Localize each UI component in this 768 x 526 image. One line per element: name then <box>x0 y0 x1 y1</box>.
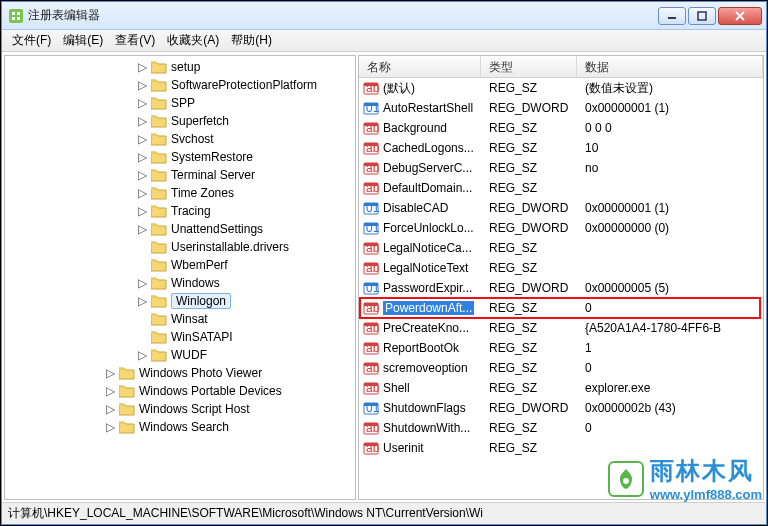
expander-icon[interactable]: ▷ <box>135 60 149 74</box>
tree-item[interactable]: ▷SPP <box>5 94 355 112</box>
expander-icon[interactable] <box>135 240 149 254</box>
statusbar: 计算机\HKEY_LOCAL_MACHINE\SOFTWARE\Microsof… <box>2 502 766 524</box>
expander-icon[interactable] <box>135 312 149 326</box>
tree-item[interactable]: Userinstallable.drivers <box>5 238 355 256</box>
expander-icon[interactable]: ▷ <box>103 402 117 416</box>
tree-item[interactable]: ▷Winlogon <box>5 292 355 310</box>
window-title: 注册表编辑器 <box>8 7 658 24</box>
cell-data: 0x00000005 (5) <box>577 281 763 295</box>
tree-item[interactable]: ▷Windows <box>5 274 355 292</box>
menu-edit[interactable]: 编辑(E) <box>57 30 109 51</box>
expander-icon[interactable]: ▷ <box>135 294 149 308</box>
cell-type: REG_SZ <box>481 161 577 175</box>
expander-icon[interactable]: ▷ <box>135 222 149 236</box>
tree-item-label: Svchost <box>171 132 214 146</box>
list-row[interactable]: 011PasswordExpir...REG_DWORD0x00000005 (… <box>359 278 763 298</box>
tree-item[interactable]: ▷UnattendSettings <box>5 220 355 238</box>
expander-icon[interactable]: ▷ <box>135 150 149 164</box>
tree-item[interactable]: ▷setup <box>5 58 355 76</box>
expander-icon[interactable]: ▷ <box>103 366 117 380</box>
tree-item[interactable]: ▷SoftwareProtectionPlatform <box>5 76 355 94</box>
tree-item[interactable]: ▷Tracing <box>5 202 355 220</box>
list-row[interactable]: abShellREG_SZexplorer.exe <box>359 378 763 398</box>
cell-type: REG_DWORD <box>481 221 577 235</box>
folder-icon <box>151 114 167 128</box>
list-row[interactable]: abscremoveoptionREG_SZ0 <box>359 358 763 378</box>
cell-name: abLegalNoticeCa... <box>359 240 481 256</box>
svg-rect-56 <box>364 383 378 386</box>
list-row[interactable]: abCachedLogons...REG_SZ10 <box>359 138 763 158</box>
expander-icon[interactable] <box>135 330 149 344</box>
menu-favorites[interactable]: 收藏夹(A) <box>161 30 225 51</box>
tree-item[interactable]: ▷Windows Search <box>5 418 355 436</box>
titlebar[interactable]: 注册表编辑器 <box>2 2 766 30</box>
expander-icon[interactable]: ▷ <box>135 186 149 200</box>
list-row[interactable]: abDefaultDomain...REG_SZ <box>359 178 763 198</box>
expander-icon[interactable]: ▷ <box>135 168 149 182</box>
expander-icon[interactable]: ▷ <box>103 420 117 434</box>
expander-icon[interactable]: ▷ <box>103 384 117 398</box>
svg-rect-29 <box>364 203 378 206</box>
expander-icon[interactable]: ▷ <box>135 348 149 362</box>
svg-rect-44 <box>364 303 378 306</box>
column-type[interactable]: 类型 <box>481 56 577 77</box>
list-row[interactable]: abPowerdownAft...REG_SZ0 <box>359 298 763 318</box>
list-row[interactable]: abReportBootOkREG_SZ1 <box>359 338 763 358</box>
column-data[interactable]: 数据 <box>577 56 763 77</box>
tree-item[interactable]: ▷SystemRestore <box>5 148 355 166</box>
folder-icon <box>151 294 167 308</box>
list-row[interactable]: 011DisableCADREG_DWORD0x00000001 (1) <box>359 198 763 218</box>
list-row[interactable]: 011AutoRestartShellREG_DWORD0x00000001 (… <box>359 98 763 118</box>
list-row[interactable]: 011ShutdownFlagsREG_DWORD0x0000002b (43) <box>359 398 763 418</box>
list-row[interactable]: 011ForceUnlockLo...REG_DWORD0x00000000 (… <box>359 218 763 238</box>
menu-help[interactable]: 帮助(H) <box>225 30 278 51</box>
tree-item[interactable]: ▷Terminal Server <box>5 166 355 184</box>
list-row[interactable]: abPreCreateKno...REG_SZ{A520A1A4-1780-4F… <box>359 318 763 338</box>
expander-icon[interactable]: ▷ <box>135 78 149 92</box>
folder-icon <box>151 60 167 74</box>
list-row[interactable]: abShutdownWith...REG_SZ0 <box>359 418 763 438</box>
tree-pane[interactable]: ▷setup▷SoftwareProtectionPlatform▷SPP▷Su… <box>4 55 356 500</box>
cell-data: 0 <box>577 301 763 315</box>
tree-item[interactable]: ▷Windows Portable Devices <box>5 382 355 400</box>
maximize-button[interactable] <box>688 7 716 25</box>
string-value-icon: ab <box>363 260 379 276</box>
tree-item[interactable]: WbemPerf <box>5 256 355 274</box>
expander-icon[interactable]: ▷ <box>135 276 149 290</box>
column-name[interactable]: 名称 <box>359 56 481 77</box>
string-value-icon: ab <box>363 180 379 196</box>
list-row[interactable]: abLegalNoticeTextREG_SZ <box>359 258 763 278</box>
string-value-icon: ab <box>363 140 379 156</box>
expander-icon[interactable]: ▷ <box>135 96 149 110</box>
cell-name: ab(默认) <box>359 80 481 97</box>
svg-rect-32 <box>364 223 378 226</box>
menu-view[interactable]: 查看(V) <box>109 30 161 51</box>
tree-item[interactable]: WinSATAPI <box>5 328 355 346</box>
tree-item[interactable]: Winsat <box>5 310 355 328</box>
close-button[interactable] <box>718 7 762 25</box>
list-row[interactable]: abBackgroundREG_SZ0 0 0 <box>359 118 763 138</box>
tree-item[interactable]: ▷Time Zones <box>5 184 355 202</box>
folder-icon <box>119 366 135 380</box>
tree-item[interactable]: ▷Superfetch <box>5 112 355 130</box>
expander-icon[interactable]: ▷ <box>135 114 149 128</box>
list-row[interactable]: abLegalNoticeCa...REG_SZ <box>359 238 763 258</box>
tree-item[interactable]: ▷WUDF <box>5 346 355 364</box>
expander-icon[interactable]: ▷ <box>135 132 149 146</box>
expander-icon[interactable] <box>135 258 149 272</box>
list-row[interactable]: abDebugServerC...REG_SZno <box>359 158 763 178</box>
statusbar-path: 计算机\HKEY_LOCAL_MACHINE\SOFTWARE\Microsof… <box>8 505 483 522</box>
tree-item[interactable]: ▷Windows Photo Viewer <box>5 364 355 382</box>
menu-file[interactable]: 文件(F) <box>6 30 57 51</box>
tree-item-label: WinSATAPI <box>171 330 233 344</box>
list-body[interactable]: ab(默认)REG_SZ(数值未设置)011AutoRestartShellRE… <box>359 78 763 499</box>
tree-item-label: Winlogon <box>171 293 231 309</box>
string-value-icon: ab <box>363 80 379 96</box>
tree-item[interactable]: ▷Svchost <box>5 130 355 148</box>
tree-item[interactable]: ▷Windows Script Host <box>5 400 355 418</box>
expander-icon[interactable]: ▷ <box>135 204 149 218</box>
list-row[interactable]: ab(默认)REG_SZ(数值未设置) <box>359 78 763 98</box>
svg-rect-62 <box>364 423 378 426</box>
tree-item-label: Windows Photo Viewer <box>139 366 262 380</box>
minimize-button[interactable] <box>658 7 686 25</box>
